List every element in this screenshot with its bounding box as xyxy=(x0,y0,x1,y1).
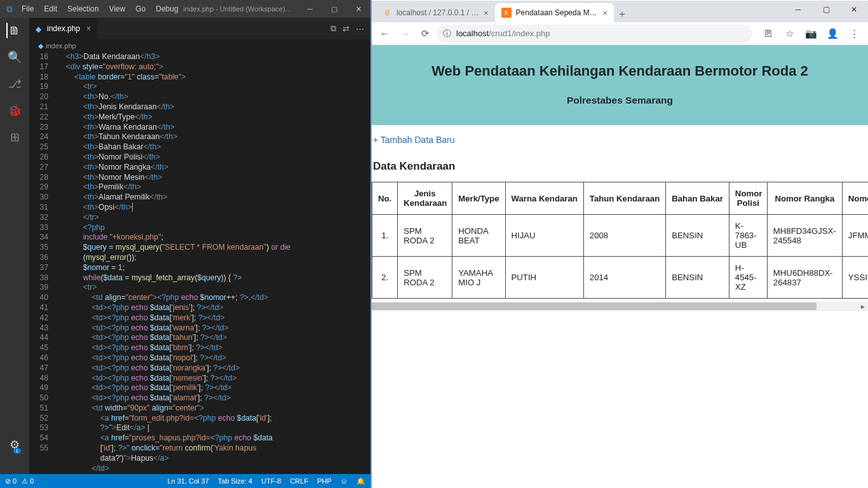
php-file-icon: ◆ xyxy=(36,25,43,32)
site-info-icon[interactable]: ⓘ xyxy=(443,28,451,39)
cell-nomesin: YSSIUPOHD xyxy=(842,257,868,299)
add-data-link[interactable]: + Tambah Data Baru xyxy=(372,135,455,145)
window-minimize-icon[interactable]: ─ xyxy=(784,1,812,18)
window-close-icon[interactable]: ✕ xyxy=(346,0,370,18)
compare-icon[interactable]: ⇄ xyxy=(342,24,349,34)
status-cursor[interactable]: Ln 31, Col 37 xyxy=(167,477,208,485)
extension-icon[interactable]: 📷 xyxy=(801,25,821,43)
tab-close-icon[interactable]: × xyxy=(484,8,489,18)
nav-reload-icon[interactable]: ⟳ xyxy=(416,25,434,43)
editor-tabs: ◆ index.php × ⧉ ⇄ ⋯ xyxy=(29,18,370,39)
minimap[interactable] xyxy=(356,52,370,474)
col-header: Nomor Rangka xyxy=(767,182,842,215)
scroll-right-icon[interactable]: ► xyxy=(858,301,868,311)
menu-bar: File Edit Selection View Go Debug xyxy=(22,4,179,13)
new-tab-button[interactable]: ＋ xyxy=(614,6,630,22)
cell-tahun: 2008 xyxy=(583,215,665,257)
cell-no: 2. xyxy=(372,257,398,299)
profile-avatar-icon[interactable]: 👤 xyxy=(822,25,843,43)
chrome-window: 🛢 localhost / 127.0.0.1 / crud1 | ph… × … xyxy=(370,0,868,488)
cell-jenis: SPM RODA 2 xyxy=(398,257,452,299)
cell-warna: PUTIH xyxy=(505,257,583,299)
nav-forward-icon[interactable]: → xyxy=(396,25,414,43)
code-editor[interactable]: 1617181920212223242526272829303132333435… xyxy=(29,52,370,474)
explorer-icon[interactable]: 🗎 xyxy=(6,23,22,38)
php-file-icon: ◆ xyxy=(38,42,43,50)
status-eol[interactable]: CRLF xyxy=(290,477,308,485)
cell-nomesin: JFMM2FDKH xyxy=(842,215,868,257)
status-warnings[interactable]: ⚠ 0 xyxy=(22,477,34,485)
tab-close-icon[interactable]: × xyxy=(86,24,91,33)
tab-label: index.php xyxy=(47,24,80,33)
cell-bbm: BENSIN xyxy=(666,257,729,299)
split-editor-icon[interactable]: ⧉ xyxy=(330,24,336,34)
gear-badge: 1 xyxy=(13,448,21,454)
window-close-icon[interactable]: ✕ xyxy=(840,1,868,18)
extensions-icon[interactable]: ⊞ xyxy=(7,130,22,145)
cell-merk: HONDA BEAT xyxy=(452,215,505,257)
page-viewport[interactable]: Web Pendataan Kehilangan Kendaraan Bermo… xyxy=(372,45,868,488)
col-header: Bahan Bakar xyxy=(666,182,729,215)
menu-go[interactable]: Go xyxy=(135,4,146,13)
status-feedback-icon[interactable]: ☺ xyxy=(341,477,348,485)
page-title: Web Pendataan Kehilangan Kendaraan Bermo… xyxy=(379,63,860,79)
cell-jenis: SPM RODA 2 xyxy=(398,215,452,257)
breadcrumb[interactable]: ◆ index.php xyxy=(29,39,370,52)
hero-banner: Web Pendataan Kehilangan Kendaraan Bermo… xyxy=(372,45,868,125)
bookmark-star-icon[interactable]: ☆ xyxy=(779,25,799,43)
menu-edit[interactable]: Edit xyxy=(44,4,57,13)
menu-view[interactable]: View xyxy=(109,4,125,13)
cell-no: 1. xyxy=(372,215,398,257)
horizontal-scrollbar[interactable]: ◄ ► xyxy=(372,301,868,311)
more-actions-icon[interactable]: ⋯ xyxy=(356,24,364,34)
data-table: No.Jenis KendaraanMerk/TypeWarna Kendara… xyxy=(372,182,868,299)
tab-close-icon[interactable]: × xyxy=(603,8,608,18)
translate-icon[interactable]: 🖹 xyxy=(757,25,778,43)
code-lines[interactable]: <h3>Data Kendaraan</h3> <div style="over… xyxy=(57,52,356,474)
table-row: 1.SPM RODA 2HONDA BEATHIJAU2008BENSINK-7… xyxy=(372,215,869,257)
line-gutter: 1617181920212223242526272829303132333435… xyxy=(29,52,57,474)
settings-gear-icon[interactable]: ⚙1 xyxy=(7,437,22,452)
status-bell-icon[interactable]: 🔔 xyxy=(356,477,365,485)
window-maximize-icon[interactable]: ▢ xyxy=(322,0,346,18)
page-subtitle: Polrestabes Semarang xyxy=(379,95,860,106)
browser-tab-pendataan[interactable]: X Pendataan Sepeda Motor × xyxy=(495,3,614,22)
cell-norangka: MHU6DH88DX-264837 xyxy=(767,257,842,299)
scrollbar-thumb[interactable] xyxy=(372,302,817,310)
search-icon[interactable]: 🔍 xyxy=(7,50,22,65)
col-header: Tahun Kendaraan xyxy=(583,182,665,215)
cell-merk: YAMAHA MIO J xyxy=(452,257,505,299)
col-header: Warna Kendaran xyxy=(505,182,583,215)
tab-index-php[interactable]: ◆ index.php × xyxy=(29,18,98,39)
status-encoding[interactable]: UTF-8 xyxy=(261,477,281,485)
phpmyadmin-favicon-icon: 🛢 xyxy=(382,8,392,18)
menu-debug[interactable]: Debug xyxy=(156,4,178,13)
url-text: localhost/crud1/index.php xyxy=(456,29,550,38)
col-header: Nomor Polisi xyxy=(729,182,767,215)
col-header: Nomor Mesin xyxy=(842,182,868,215)
cell-warna: HIJAU xyxy=(505,215,583,257)
section-title: Data Kendaraan xyxy=(373,160,868,173)
status-bar: ⊘ 0 ⚠ 0 Ln 31, Col 37 Tab Size: 4 UTF-8 … xyxy=(0,474,370,488)
status-tabsize[interactable]: Tab Size: 4 xyxy=(218,477,252,485)
status-lang[interactable]: PHP xyxy=(317,477,332,485)
col-header: No. xyxy=(372,182,398,215)
cell-norangka: MH8FD34GJSX-245548 xyxy=(767,215,842,257)
menu-selection[interactable]: Selection xyxy=(67,4,98,13)
cell-nopol: K-7863-UB xyxy=(729,215,767,257)
nav-back-icon[interactable]: ← xyxy=(376,25,393,43)
vscode-window: ⧉ File Edit Selection View Go Debug inde… xyxy=(0,0,370,488)
window-title: index.php - Untitled (Workspace) - Visua… xyxy=(179,5,298,13)
menu-kebab-icon[interactable]: ⋮ xyxy=(844,25,864,43)
window-maximize-icon[interactable]: ▢ xyxy=(812,1,840,18)
menu-file[interactable]: File xyxy=(22,4,34,13)
vscode-titlebar: ⧉ File Edit Selection View Go Debug inde… xyxy=(0,0,370,18)
browser-tab-phpmyadmin[interactable]: 🛢 localhost / 127.0.0.1 / crud1 | ph… × xyxy=(376,3,495,22)
xampp-favicon-icon: X xyxy=(501,8,512,18)
status-errors[interactable]: ⊘ 0 xyxy=(5,477,17,485)
window-minimize-icon[interactable]: ─ xyxy=(298,0,322,18)
debug-icon[interactable]: 🐞 xyxy=(7,103,22,118)
table-row: 2.SPM RODA 2YAMAHA MIO JPUTIH2014BENSINH… xyxy=(372,257,869,299)
source-control-icon[interactable]: ⎇ xyxy=(7,76,22,92)
omnibox[interactable]: ⓘ localhost/crud1/index.php xyxy=(437,25,752,43)
